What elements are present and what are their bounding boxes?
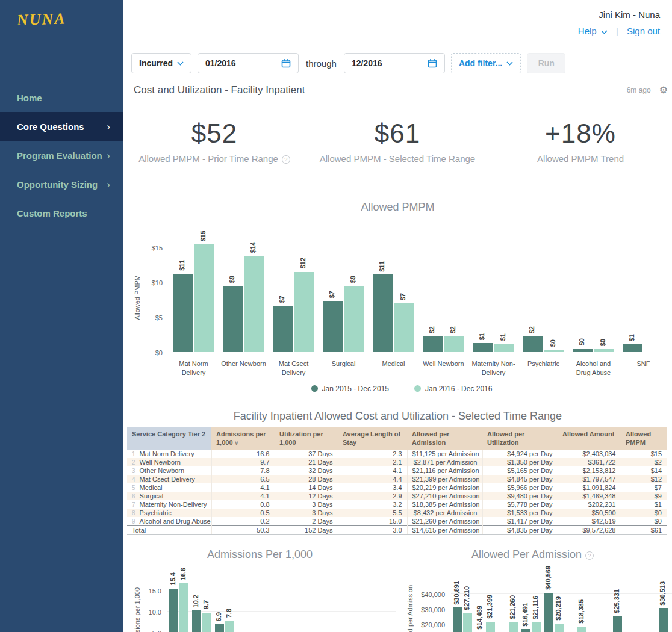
y-axis-tick: $20,000 bbox=[421, 621, 445, 628]
bar-value-label: $11 bbox=[378, 261, 385, 272]
allowed-per-admission-chart-section: Allowed Per Admission? Allowed per Admis… bbox=[396, 536, 669, 632]
gridline bbox=[169, 352, 668, 352]
table-row: 3Other Newborn7.832 Days4.1$21,116 per A… bbox=[127, 466, 667, 475]
date-to-input[interactable]: 12/2016 bbox=[344, 53, 445, 73]
sidebar-item-program-evaluation[interactable]: Program Evaluation› bbox=[0, 141, 123, 170]
settings-gear-icon[interactable]: ⚙ bbox=[659, 85, 668, 95]
add-filter-button[interactable]: Add filter... bbox=[451, 53, 521, 73]
bar bbox=[486, 622, 495, 632]
cell-value: 2.9 bbox=[338, 492, 407, 500]
cell-value: 16.6 bbox=[211, 450, 275, 458]
bar-value-label: $0 bbox=[578, 338, 585, 345]
bar bbox=[394, 303, 414, 352]
column-header-utilization-per-1-000[interactable]: Utilization per 1,000 bbox=[275, 427, 338, 450]
legend-item: Jan 2015 - Dec 2015 bbox=[311, 385, 389, 393]
bar bbox=[225, 621, 234, 632]
bar bbox=[544, 350, 564, 352]
column-header-allowed-per-admission[interactable]: Allowed per Admission bbox=[407, 427, 482, 450]
sidebar-item-opportunity-sizing[interactable]: Opportunity Sizing› bbox=[0, 170, 123, 199]
bar-value-label: $20,219 bbox=[555, 596, 562, 621]
cell-value: 2.3 bbox=[338, 450, 407, 458]
sidebar-item-core-questions[interactable]: Core Questions› bbox=[0, 112, 123, 141]
info-icon[interactable]: ? bbox=[282, 155, 290, 164]
bar bbox=[215, 624, 224, 632]
total-value: $61 bbox=[621, 525, 667, 534]
sidebar-item-label: Custom Reports bbox=[17, 208, 87, 218]
bar-value-label: $1 bbox=[628, 334, 635, 341]
cell-value: $27,210 per Admission bbox=[407, 492, 482, 500]
y-axis-label: Allowed PMPM bbox=[134, 275, 141, 320]
bar bbox=[444, 336, 464, 352]
cell-value: 15.0 bbox=[338, 517, 407, 526]
filter-bar: Incurred 01/2016 through 12/2016 Add fil… bbox=[131, 53, 672, 73]
user-name: Jini Kim - Nuna bbox=[123, 10, 660, 20]
y-axis-tick: $30,000 bbox=[421, 606, 445, 613]
cell-value: 3 Days bbox=[275, 500, 338, 509]
sidebar-item-label: Home bbox=[17, 93, 42, 103]
column-header-average-length-of-stay[interactable]: Average Length of Stay bbox=[338, 427, 407, 450]
cell-value: 9.7 bbox=[211, 458, 275, 466]
bar bbox=[169, 589, 178, 632]
gridline bbox=[167, 590, 396, 590]
column-header-allowed-pmpm[interactable]: Allowed PMPM bbox=[621, 427, 667, 450]
cell-value: $5,778 per Day bbox=[482, 500, 558, 509]
cell-value: $20,219 per Admission bbox=[407, 483, 482, 492]
cell-value: $1,091,824 bbox=[558, 483, 621, 492]
sort-chevron-icon: ∨ bbox=[235, 440, 239, 446]
cell-value: 14 Days bbox=[275, 483, 338, 492]
bar bbox=[521, 629, 530, 632]
bar-value-label: $30,891 bbox=[453, 581, 460, 605]
cell-value: 5.5 bbox=[338, 509, 407, 517]
cell-value: $361,722 bbox=[558, 458, 621, 466]
allowed-per-admission-chart-title: Allowed Per Admission? bbox=[396, 548, 669, 561]
stat-label: Allowed PMPM Trend bbox=[493, 153, 668, 164]
incurred-dropdown[interactable]: Incurred bbox=[131, 53, 191, 73]
bar-value-label: $18,385 bbox=[577, 599, 585, 624]
chevron-down-icon bbox=[506, 61, 513, 66]
utilization-table-section: Facility Inpatient Allowed Cost and Util… bbox=[123, 410, 672, 535]
total-value: 152 Days bbox=[275, 525, 338, 534]
column-header-admissions-per-1-000[interactable]: Admissions per 1,000∨ bbox=[211, 427, 275, 450]
total-value: $9,572,628 bbox=[558, 525, 621, 534]
column-header-allowed-per-utilization[interactable]: Allowed per Utilization bbox=[482, 427, 558, 450]
bar bbox=[523, 336, 543, 352]
help-link[interactable]: Help bbox=[578, 26, 608, 36]
incurred-label: Incurred bbox=[139, 58, 173, 68]
cell-value: 6.5 bbox=[211, 475, 275, 483]
cell-category: 7Maternity Non-Delivery bbox=[127, 500, 211, 509]
column-header-allowed-amount[interactable]: Allowed Amount bbox=[558, 427, 621, 450]
stat-label: Allowed PMPM - Prior Time Range? bbox=[127, 153, 302, 164]
stat-label: Allowed PMPM - Selected Time Range bbox=[310, 153, 485, 164]
table-row: 7Maternity Non-Delivery0.83 Days3.2$18,3… bbox=[127, 500, 667, 509]
bar-value-label: 7.8 bbox=[225, 609, 232, 618]
cell-value: $202,231 bbox=[558, 500, 621, 509]
bar-value-label: $1 bbox=[499, 333, 506, 341]
info-icon[interactable]: ? bbox=[585, 551, 594, 560]
sidebar-item-home[interactable]: Home bbox=[0, 83, 123, 112]
cell-category: 8Psychiatric bbox=[127, 509, 211, 517]
bar-value-label: 16.6 bbox=[179, 568, 187, 580]
cell-value: 4.4 bbox=[338, 475, 407, 483]
run-button[interactable]: Run bbox=[527, 53, 565, 73]
y-axis-tick: $0 bbox=[155, 349, 163, 356]
cell-value: $21,399 per Admission bbox=[407, 475, 482, 483]
cell-value: $50,590 bbox=[558, 509, 621, 517]
cell-value: $21,116 per Admission bbox=[407, 466, 482, 475]
bar bbox=[573, 349, 593, 352]
updated-ago: 6m ago bbox=[627, 86, 651, 94]
bar-value-label: $27,210 bbox=[463, 586, 470, 610]
sidebar-item-custom-reports[interactable]: Custom Reports bbox=[0, 199, 123, 228]
cell-value: 3.4 bbox=[338, 483, 407, 492]
cell-value: $9,480 per Day bbox=[482, 492, 558, 500]
bar bbox=[273, 306, 293, 352]
column-header-service-category-tier-2[interactable]: Service Category Tier 2 bbox=[127, 427, 211, 450]
bar bbox=[509, 622, 518, 632]
calendar-icon bbox=[428, 58, 437, 68]
date-from-input[interactable]: 01/2016 bbox=[198, 53, 299, 73]
signout-link[interactable]: Sign out bbox=[627, 26, 660, 36]
cell-value: 21 Days bbox=[275, 458, 338, 466]
chevron-down-icon bbox=[177, 61, 184, 66]
x-axis-label: Psychiatric bbox=[518, 359, 568, 377]
bar-value-label: $30,513 bbox=[659, 581, 666, 606]
table-row: 1Mat Norm Delivery16.637 Days2.3$11,125 … bbox=[127, 450, 667, 458]
